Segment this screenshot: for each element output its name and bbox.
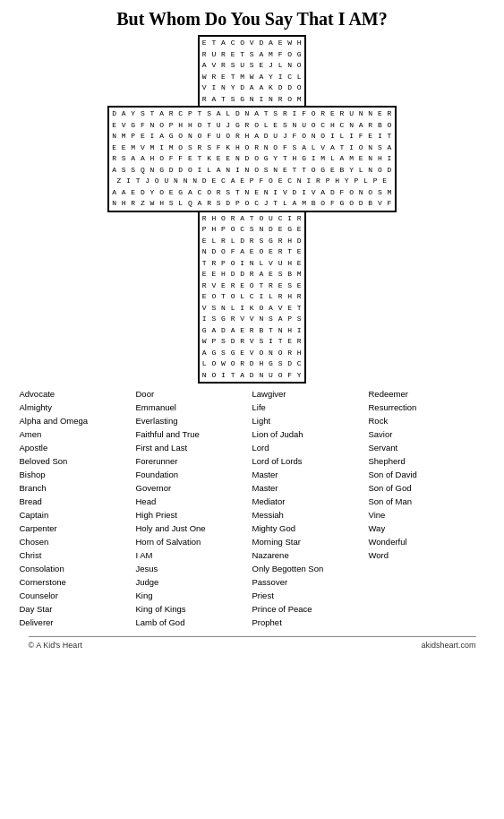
word-item: Bread — [20, 495, 136, 508]
word-item: Priest — [252, 589, 369, 602]
word-item: Almighty — [20, 401, 136, 414]
word-item: Jesus — [136, 562, 252, 575]
word-item: Lord — [252, 441, 369, 454]
word-item: Mighty God — [252, 522, 369, 535]
word-item: Resurrection — [369, 401, 485, 414]
word-item: Christ — [20, 548, 136, 562]
word-item: Cornerstone — [20, 575, 136, 589]
word-item: Judge — [136, 575, 252, 589]
word-list-col2: Door Emmanuel Everlasting Faithful and T… — [136, 387, 252, 629]
word-item: Vine — [369, 508, 485, 522]
word-item: Consolation — [20, 562, 136, 575]
word-item: First and Last — [136, 441, 252, 454]
puzzle-row: E E H D D R A E S B M — [202, 269, 302, 280]
word-item: Son of Man — [369, 495, 485, 508]
word-list-col1: Advocate Almighty Alpha and Omega Amen A… — [20, 387, 136, 629]
word-item: High Priest — [136, 508, 252, 522]
word-item: Advocate — [20, 387, 136, 401]
puzzle-row: R U R E T S A M F O G — [202, 49, 302, 61]
word-item: Foundation — [136, 468, 252, 481]
cross-bottom: R H O R A T O U C I R P H P O C S N D E … — [198, 212, 306, 384]
word-item: Head — [136, 495, 252, 508]
puzzle-row: N H R Z W H S L Q A R S D P O C J T L A … — [112, 198, 392, 210]
word-item: Morning Star — [252, 535, 369, 548]
word-item: Rock — [369, 414, 485, 427]
puzzle-row: N O I T A D N U O F Y — [202, 370, 302, 382]
puzzle-row: R A T S G N I N R O M — [202, 94, 302, 106]
puzzle-row: V I N Y D A A K D D O — [202, 82, 302, 94]
puzzle-row: N D O F A E O E R T E — [202, 246, 302, 258]
word-item: Chosen — [20, 535, 136, 548]
word-item: Word — [369, 548, 485, 562]
word-item: Passover — [252, 575, 369, 589]
word-item: Savior — [369, 427, 485, 441]
word-item: Master — [252, 468, 369, 481]
word-item: Nazarene — [252, 548, 369, 562]
word-item: Carpenter — [20, 522, 136, 535]
word-item: Door — [136, 387, 252, 401]
cross-top: E T A C O V D A E W H R U R E T S A M F … — [198, 35, 306, 106]
word-item: Servant — [369, 441, 485, 454]
word-item: Prince of Peace — [252, 602, 369, 616]
word-item: Light — [252, 414, 369, 427]
puzzle-row: R H O R A T O U C I R — [202, 213, 302, 225]
word-item: Life — [252, 401, 369, 414]
word-item: Lord of Lords — [252, 454, 369, 468]
footer-right: akidsheart.com — [421, 641, 475, 650]
puzzle-row: E L R L D R S G R H D — [202, 236, 302, 247]
word-list-col4: Redeemer Resurrection Rock Savior Servan… — [369, 387, 485, 629]
puzzle-row: T R P O I N L V U H E — [202, 258, 302, 270]
puzzle-row: R S A A H O F F E T K E E N D O G Y T H … — [112, 153, 392, 165]
puzzle-row: E E M V M I M O S R S F K H O R N O F S … — [112, 142, 392, 154]
word-item: Counselor — [20, 589, 136, 602]
word-item: Wonderful — [369, 535, 485, 548]
puzzle-row: A G S G E V O N O R H — [202, 348, 302, 359]
word-item: Everlasting — [136, 414, 252, 427]
word-item: Apostle — [20, 441, 136, 454]
footer: © A Kid's Heart akidsheart.com — [29, 636, 476, 650]
puzzle-row: E V G F N O P H H O T U J G R O L E S N … — [112, 120, 392, 132]
word-item: Prophet — [252, 616, 369, 629]
word-item: Bishop — [20, 468, 136, 481]
puzzle-row: A S S Q N G D D O I L A N I N O S N E T … — [112, 165, 392, 177]
word-item: Captain — [20, 508, 136, 522]
puzzle-row: A A E D Y O E G A C O R S T N E N I V D … — [112, 187, 392, 199]
word-item: I AM — [136, 548, 252, 562]
page-title: But Whom Do You Say That I AM? — [116, 9, 387, 30]
puzzle-row: A V R S U S E J L N O — [202, 60, 302, 72]
word-item: Beloved Son — [20, 454, 136, 468]
word-item: Alpha and Omega — [20, 414, 136, 427]
word-item: King of Kings — [136, 602, 252, 616]
word-item: Lamb of God — [136, 616, 252, 629]
word-item: Lion of Judah — [252, 427, 369, 441]
word-item: Master — [252, 481, 369, 495]
word-item: King — [136, 589, 252, 602]
word-item: Holy and Just One — [136, 522, 252, 535]
word-item: Shepherd — [369, 454, 485, 468]
footer-left: © A Kid's Heart — [29, 641, 82, 650]
puzzle-row: N M P E I A G O N O F U O R H A D U J F … — [112, 131, 392, 142]
word-item: Day Star — [20, 602, 136, 616]
puzzle-row: P H P O C S N D E G E — [202, 224, 302, 236]
puzzle-row: D A Y S T A R C P T S A L D N A T S R I … — [112, 108, 392, 120]
word-item: Son of David — [369, 468, 485, 481]
cross-middle: D A Y S T A R C P T S A L D N A T S R I … — [107, 106, 397, 212]
word-item: Lawgiver — [252, 387, 369, 401]
word-item: Emmanuel — [136, 401, 252, 414]
word-item: Mediator — [252, 495, 369, 508]
word-list-grid: Advocate Almighty Alpha and Omega Amen A… — [20, 387, 485, 629]
word-item: Way — [369, 522, 485, 535]
word-item: Branch — [20, 481, 136, 495]
word-item: Governor — [136, 481, 252, 495]
word-item: Messiah — [252, 508, 369, 522]
puzzle-row: G A D A E R B T N H I — [202, 325, 302, 337]
word-item: Forerunner — [136, 454, 252, 468]
puzzle-row: E T A C O V D A E W H — [202, 38, 302, 49]
puzzle-row: V S N L I K O A V E T — [202, 303, 302, 315]
word-item: Only Begotten Son — [252, 562, 369, 575]
puzzle-container: E T A C O V D A E W H R U R E T S A M F … — [107, 35, 397, 384]
word-item: Horn of Salvation — [136, 535, 252, 548]
puzzle-row: W R E T M W A Y I C L — [202, 72, 302, 83]
word-item: Son of God — [369, 481, 485, 495]
puzzle-row: I S G R V V N S A P S — [202, 314, 302, 325]
